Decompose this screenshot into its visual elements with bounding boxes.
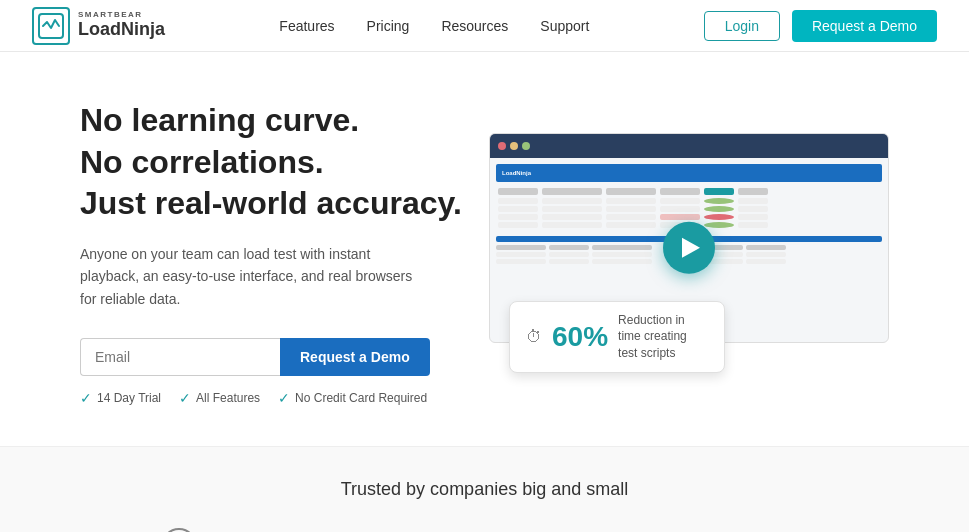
hero-right: LoadNinja: [489, 133, 889, 373]
cornell-seal: [161, 528, 197, 532]
cornell-logo: CornellUniversity: [161, 528, 268, 532]
badge-trial-label: 14 Day Trial: [97, 391, 161, 405]
dot-yellow: [510, 142, 518, 150]
play-icon: [682, 238, 700, 258]
stats-percentage: 60%: [552, 321, 608, 353]
logo-loadninja: LoadNinja: [78, 20, 165, 40]
nav-link-resources[interactable]: Resources: [441, 18, 508, 34]
email-input[interactable]: [80, 338, 280, 376]
hero-section: No learning curve. No correlations. Just…: [0, 52, 969, 446]
request-demo-hero-button[interactable]: Request a Demo: [280, 338, 430, 376]
badge-features: ✓ All Features: [179, 390, 260, 406]
nav-link-pricing[interactable]: Pricing: [367, 18, 410, 34]
nav-actions: Login Request a Demo: [704, 10, 937, 42]
headline-line1: No learning curve.: [80, 102, 359, 138]
badge-no-cc: ✓ No Credit Card Required: [278, 390, 427, 406]
screen-nav-label: LoadNinja: [502, 170, 531, 176]
nav-link-features[interactable]: Features: [279, 18, 334, 34]
login-button[interactable]: Login: [704, 11, 780, 41]
play-button[interactable]: [663, 222, 715, 274]
check-icon-trial: ✓: [80, 390, 92, 406]
check-icon-nocc: ✓: [278, 390, 290, 406]
check-icon-features: ✓: [179, 390, 191, 406]
nav-link-support[interactable]: Support: [540, 18, 589, 34]
badge-trial: ✓ 14 Day Trial: [80, 390, 161, 406]
hero-left: No learning curve. No correlations. Just…: [80, 100, 462, 406]
logo-icon: [32, 7, 70, 45]
navbar: SMARTBEAR LoadNinja Features Pricing Res…: [0, 0, 969, 52]
trusted-title: Trusted by companies big and small: [80, 479, 889, 500]
trusted-section: Trusted by companies big and small Corne…: [0, 446, 969, 532]
dot-green: [522, 142, 530, 150]
badge-features-label: All Features: [196, 391, 260, 405]
stats-description: Reduction in time creating test scripts: [618, 312, 708, 362]
screen-nav-bar: LoadNinja: [496, 164, 882, 182]
logo-text: SMARTBEAR LoadNinja: [78, 11, 165, 40]
headline-line2: No correlations.: [80, 144, 324, 180]
dot-red: [498, 142, 506, 150]
hero-form: Request a Demo: [80, 338, 462, 376]
badge-nocc-label: No Credit Card Required: [295, 391, 427, 405]
screenshot-header: [490, 134, 888, 158]
nav-links: Features Pricing Resources Support: [279, 18, 589, 34]
hero-badges: ✓ 14 Day Trial ✓ All Features ✓ No Credi…: [80, 390, 462, 406]
headline-line3: Just real-world accuracy.: [80, 185, 462, 221]
clock-icon: ⏱: [526, 328, 542, 346]
brand-logo[interactable]: SMARTBEAR LoadNinja: [32, 7, 165, 45]
hero-headline: No learning curve. No correlations. Just…: [80, 100, 462, 225]
hero-subtext: Anyone on your team can load test with i…: [80, 243, 420, 310]
stats-badge: ⏱ 60% Reduction in time creating test sc…: [509, 301, 725, 373]
logos-row: CornellUniversity Nestlé PHILIPS Milwauk…: [80, 528, 889, 532]
request-demo-nav-button[interactable]: Request a Demo: [792, 10, 937, 42]
